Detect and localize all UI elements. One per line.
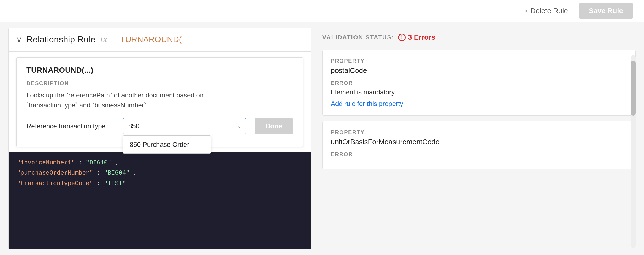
code-key-3: "transactionTypeCode": [17, 180, 93, 187]
save-rule-button[interactable]: Save Rule: [579, 3, 633, 19]
tooltip-title: TURNAROUND(...): [26, 66, 293, 75]
error-card-1: PROPERTY postalCode ERROR Element is man…: [322, 50, 636, 116]
scrollbar-thumb[interactable]: [631, 61, 636, 116]
main-content: ∨ Relationship Rule ƒx TURNAROUND( TURNA…: [0, 22, 644, 255]
rule-title: Relationship Rule: [26, 34, 96, 45]
error-card-2: PROPERTY unitOrBasisForMeasurementCode E…: [322, 121, 636, 169]
error-count: 3 Errors: [408, 33, 435, 42]
code-line-2: "purchaseOrderNumber" : "BIG04" ,: [17, 168, 303, 178]
formula-text: TURNAROUND(: [120, 35, 182, 44]
description-label: DESCRIPTION: [26, 80, 293, 86]
header-divider: [113, 34, 113, 45]
tooltip-description: Looks up the `referencePath` of another …: [26, 90, 293, 110]
scrollbar-track[interactable]: [631, 55, 636, 248]
error-icon: !: [398, 34, 406, 41]
chevron-down-icon[interactable]: ∨: [16, 35, 22, 44]
property-label-2: PROPERTY: [331, 129, 627, 135]
rule-header: ∨ Relationship Rule ƒx TURNAROUND(: [9, 28, 311, 52]
validation-header: VALIDATION STATUS: ! 3 Errors: [322, 33, 636, 42]
code-panel: "invoiceNumber1" : "BIG10" , "purchaseOr…: [9, 152, 311, 249]
form-label: Reference transaction type: [26, 122, 115, 130]
code-line-3: "transactionTypeCode" : "TEST": [17, 178, 303, 189]
property-value-2: unitOrBasisForMeasurementCode: [331, 138, 627, 146]
error-badge: ! 3 Errors: [398, 33, 435, 42]
close-icon: ×: [524, 7, 528, 15]
delete-rule-button[interactable]: × Delete Rule: [519, 4, 573, 18]
input-wrapper: ⌄ 850 Purchase Order: [123, 118, 246, 134]
right-panel-container: VALIDATION STATUS: ! 3 Errors PROPERTY p…: [320, 28, 636, 249]
error-label-2: ERROR: [331, 151, 627, 158]
property-value-1: postalCode: [331, 66, 627, 75]
dropdown-option[interactable]: 850 Purchase Order: [123, 136, 211, 153]
validation-status-label: VALIDATION STATUS:: [322, 34, 394, 41]
error-text-1: Element is mandatory: [331, 88, 627, 96]
fx-icon[interactable]: ƒx: [100, 35, 107, 44]
code-key-2: "purchaseOrderNumber": [17, 170, 93, 177]
add-rule-link-1[interactable]: Add rule for this property: [331, 100, 403, 107]
done-button[interactable]: Done: [255, 118, 293, 134]
delete-rule-label: Delete Rule: [531, 7, 568, 15]
right-panel: VALIDATION STATUS: ! 3 Errors PROPERTY p…: [320, 28, 636, 169]
code-value-1: "BIG10": [86, 159, 111, 166]
code-value-3: "TEST": [104, 180, 126, 187]
error-label-1: ERROR: [331, 80, 627, 86]
form-row: Reference transaction type ⌄ 850 Purchas…: [26, 118, 293, 134]
code-line-1: "invoiceNumber1" : "BIG10" ,: [17, 158, 303, 168]
tooltip-panel: TURNAROUND(...) DESCRIPTION Looks up the…: [16, 57, 303, 147]
code-value-2: "BIG04": [104, 170, 129, 177]
code-key-1: "invoiceNumber1": [17, 159, 75, 166]
top-bar: × Delete Rule Save Rule: [0, 0, 644, 22]
reference-transaction-input[interactable]: [123, 118, 246, 134]
property-label-1: PROPERTY: [331, 58, 627, 64]
dropdown-options: 850 Purchase Order: [123, 135, 211, 154]
left-panel: ∨ Relationship Rule ƒx TURNAROUND( TURNA…: [8, 28, 311, 249]
